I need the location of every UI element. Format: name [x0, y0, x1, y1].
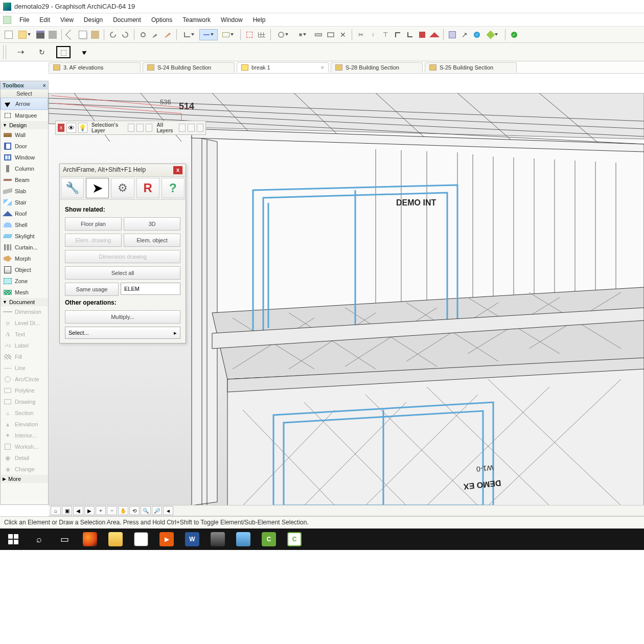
archiframe-floorplan-button[interactable]: Floor plan	[65, 217, 122, 231]
tool-section[interactable]: ▵Section	[1, 407, 48, 419]
menu-view[interactable]: View	[55, 14, 79, 26]
layer-all-b2[interactable]	[188, 124, 194, 132]
tab-s24[interactable]: S-24 Building Section	[143, 62, 235, 73]
tool-stair[interactable]: Stair	[1, 197, 48, 208]
taskview-button[interactable]: ▭	[54, 530, 75, 548]
layer-sel-b2[interactable]	[136, 124, 143, 132]
snap-button[interactable]	[219, 29, 237, 40]
tool-elevation[interactable]: ▴Elevation	[1, 419, 48, 430]
layer-button[interactable]	[274, 29, 292, 40]
nav-zoomout-button[interactable]: －	[107, 506, 117, 515]
angle-button[interactable]	[180, 29, 198, 40]
archiframe-header[interactable]: ArchiFrame, Alt+Shift+F1 Help x	[60, 164, 186, 177]
menu-options[interactable]: Options	[146, 14, 177, 26]
archiframe-gear-button[interactable]: ⚙	[111, 178, 134, 198]
tool-wall[interactable]: Wall	[1, 129, 48, 141]
layer-palette[interactable]: x 👁 💡 Selection's Layer All Layers	[55, 121, 206, 135]
tool-label[interactable]: -A1Label	[1, 340, 48, 351]
x-button[interactable]: ✕	[337, 29, 349, 40]
render-button[interactable]	[471, 29, 482, 40]
tool2-cursor-button[interactable]: ⬚	[56, 46, 71, 58]
taskbar-store[interactable]: 🛍	[131, 530, 151, 548]
tool-marquee[interactable]: Marquee	[1, 110, 48, 121]
undo-button[interactable]	[107, 29, 119, 40]
tool2-pointer-button[interactable]	[78, 46, 92, 58]
nav-scroll-left[interactable]: ◄	[163, 506, 173, 515]
archiframe-dialog[interactable]: ArchiFrame, Alt+Shift+F1 Help x 🔧 ➤ ⚙ R …	[59, 164, 186, 343]
cut-button[interactable]	[65, 29, 76, 40]
model-button[interactable]	[447, 29, 458, 40]
archiframe-elemdraw-button[interactable]: Elem. drawing	[65, 234, 122, 247]
archiframe-close-button[interactable]: x	[173, 166, 182, 174]
tab-break1[interactable]: break 1×	[237, 62, 329, 73]
redo-button[interactable]	[120, 29, 131, 40]
taskbar-word[interactable]: W	[182, 530, 202, 548]
menu-document[interactable]: Document	[108, 14, 146, 26]
archiframe-multiply-button[interactable]: Multiply...	[65, 310, 180, 324]
tool-zone[interactable]: Zone	[1, 275, 48, 287]
taskbar-app2[interactable]	[233, 530, 254, 548]
tool-line[interactable]: Line	[1, 362, 48, 374]
menu-file[interactable]: File	[14, 14, 34, 26]
tool-detail[interactable]: ◉Detail	[1, 452, 48, 464]
tool-drawing[interactable]: Drawing	[1, 396, 48, 407]
menu-window[interactable]: Window	[216, 14, 248, 26]
toolbox-more[interactable]: ▶More	[1, 475, 48, 483]
taskbar-media[interactable]: ▶	[156, 530, 177, 548]
save-button[interactable]	[35, 29, 46, 40]
roof3d-button[interactable]	[429, 29, 440, 40]
archiframe-elem-input[interactable]: ELEM	[121, 283, 180, 295]
tool-beam[interactable]: Beam	[1, 174, 48, 186]
nav-zoomin-button[interactable]: ＋	[96, 506, 106, 515]
tab-s28[interactable]: S-28 Building Section	[331, 62, 423, 73]
layer-sel-b3[interactable]	[146, 124, 152, 132]
archiframe-elemobj-button[interactable]: Elem. object	[124, 234, 180, 247]
archiframe-cursor-button[interactable]: ➤	[86, 178, 109, 198]
taskbar-firefox[interactable]	[80, 530, 100, 548]
tool-fill[interactable]: Fill	[1, 351, 48, 362]
tab-close-icon[interactable]: ×	[321, 64, 324, 71]
print-button[interactable]	[47, 29, 58, 40]
nav-zoom-button[interactable]: 🔍	[141, 506, 151, 515]
layer-eye-button[interactable]: 👁	[66, 123, 76, 133]
toolbar-grip[interactable]	[3, 45, 6, 59]
tool-leveldim[interactable]: ⊖Level Di...	[1, 317, 48, 329]
tool-morph[interactable]: Morph	[1, 253, 48, 264]
corner-button[interactable]	[404, 29, 416, 40]
suspend-button[interactable]	[244, 29, 255, 40]
scissors-button[interactable]: ✂	[355, 29, 366, 40]
tool-dimension[interactable]: Dimension	[1, 306, 48, 317]
archiframe-selectall-button[interactable]: Select all	[65, 266, 180, 280]
archiframe-sameusage-button[interactable]: Same usage	[65, 283, 119, 296]
tool-skylight[interactable]: Skylight	[1, 231, 48, 242]
layer-sel-b1[interactable]	[128, 124, 134, 132]
menu-edit[interactable]: Edit	[34, 14, 55, 26]
box3d-button[interactable]	[417, 29, 428, 40]
archiframe-select-dropdown[interactable]: Select...▸	[65, 327, 180, 339]
menu-teamwork[interactable]: Teamwork	[177, 14, 216, 26]
nav-home-button[interactable]: ⌂	[51, 506, 61, 515]
archiframe-settings-button[interactable]: 🔧	[61, 178, 84, 198]
tool-text[interactable]: AText	[1, 329, 48, 340]
dot-button[interactable]	[293, 29, 312, 40]
tab-elevations[interactable]: 3. AF elevations	[49, 62, 141, 73]
toolbox-design-header[interactable]: ▼Design	[1, 121, 48, 129]
search-button[interactable]: ⌕	[29, 530, 49, 548]
menu-help[interactable]: Help	[248, 14, 271, 26]
layer-all-b1[interactable]	[179, 124, 186, 132]
archiframe-r-button[interactable]: R	[136, 178, 159, 198]
frame-button[interactable]	[325, 29, 336, 40]
taskbar-explorer[interactable]	[105, 530, 126, 548]
tool-change[interactable]: ◈Change	[1, 464, 48, 475]
nav-zoom2-button[interactable]: 🔎	[152, 506, 162, 515]
archiframe-3d-button[interactable]: 3D	[124, 217, 180, 231]
nav-orbit-button[interactable]: ⟲	[129, 506, 140, 515]
open-button[interactable]	[15, 29, 34, 40]
tool2-move-button[interactable]: ⇢	[13, 46, 28, 58]
start-button[interactable]	[3, 530, 24, 548]
align-button[interactable]	[199, 29, 218, 40]
grid-button[interactable]	[256, 29, 267, 40]
tool-arc[interactable]: Arc/Circle	[1, 374, 48, 385]
copy-button[interactable]	[77, 29, 88, 40]
zoom-button[interactable]	[137, 29, 149, 40]
